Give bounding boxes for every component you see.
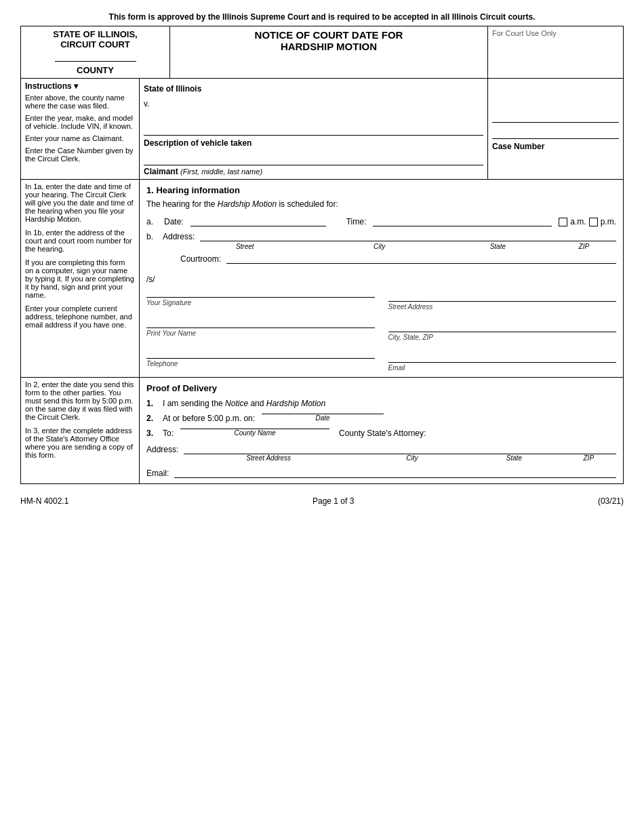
section1-instructions-cell: In 1a, enter the date and time of your h… <box>21 180 140 378</box>
am-checkbox[interactable] <box>559 218 567 226</box>
circuit-court-label: CIRCUIT COURT <box>25 39 165 49</box>
address-label-3: Address: <box>146 445 178 454</box>
instr-claimant: Enter your name as Claimant. <box>25 134 135 142</box>
email-label: Email <box>388 364 617 372</box>
instr-vehicle: Enter the year, make, and model of vehic… <box>25 114 135 130</box>
instructions-cell: Instructions ▾ Enter above, the county n… <box>21 79 140 180</box>
email-label-3: Email: <box>146 469 169 478</box>
pm-label: p.m. <box>601 217 616 226</box>
street-address-col-label: Street Address <box>186 454 351 462</box>
instr-county: Enter above, the county name where the c… <box>25 94 135 110</box>
address-field[interactable] <box>200 231 616 241</box>
state-of-illinois-field: State of Illinois <box>144 84 483 94</box>
signature-section: /s/ Your Signature Print Your Name Telep… <box>146 275 616 372</box>
proof-text-2: At or before 5:00 p.m. on: <box>163 414 255 423</box>
slash-s: /s/ <box>146 275 375 284</box>
email-line[interactable] <box>388 349 617 363</box>
form-top-cell: State of Illinois v. Description of vehi… <box>140 79 488 180</box>
instructions-header: Instructions ▾ <box>25 81 135 91</box>
claimant-italic: (First, middle, last name) <box>180 167 262 176</box>
print-name-label: Print Your Name <box>146 330 375 337</box>
hearing-subtitle: The hearing for the Hardship Motion is s… <box>146 199 616 209</box>
city-col-label: City <box>315 243 443 250</box>
state-col-label-3: State <box>472 454 555 462</box>
print-name-line[interactable] <box>146 315 375 328</box>
claimant-label: Claimant <box>144 167 178 176</box>
proof-num-3: 3. <box>146 429 159 438</box>
county-name-label: County Name <box>234 429 275 437</box>
instr-1b: In 1b, enter the address of the court an… <box>25 229 135 253</box>
instr-sig: If you are completing this form on a com… <box>25 258 135 299</box>
instr-address: Enter your complete current address, tel… <box>25 304 135 329</box>
section2-content-cell: Proof of Delivery 1. I am sending the No… <box>140 378 624 484</box>
zip-col-label: ZIP <box>552 243 616 250</box>
proof-text-3: To: <box>163 429 174 438</box>
street-address-label: Street Address <box>388 303 617 311</box>
state-illinois-label: STATE OF ILLINOIS, <box>25 29 165 39</box>
address-row-3: Address: Street Address City State ZIP <box>146 443 616 462</box>
am-label: a.m. <box>570 217 586 226</box>
b-label: b. <box>146 232 157 241</box>
instr-1a: In 1a, enter the date and time of your h… <box>25 182 135 223</box>
date-label-2: Date <box>316 414 330 422</box>
v-row: v. <box>144 99 483 108</box>
your-signature-label: Your Signature <box>146 299 375 306</box>
date-code: (03/21) <box>598 496 624 506</box>
page-label: Page 1 of 3 <box>313 496 354 506</box>
date-label: Date: <box>164 217 184 226</box>
street-col-label: Street <box>180 243 309 250</box>
sig-right-col: Street Address City, State, ZIP Email <box>388 275 617 372</box>
telephone-line[interactable] <box>146 345 375 359</box>
footer: HM-N 4002.1 Page 1 of 3 (03/21) <box>20 496 624 506</box>
street-address-line[interactable] <box>388 288 617 302</box>
top-notice: This form is approved by the Illinois Su… <box>20 12 624 22</box>
case-number-label: Case Number <box>492 142 619 151</box>
proof-num-2: 2. <box>146 414 159 423</box>
signature-line[interactable] <box>146 284 375 298</box>
county-attorney-label: County State's Attorney: <box>339 429 426 438</box>
proof-text-1: I am sending the Notice and Hardship Mot… <box>163 399 325 408</box>
date-field[interactable] <box>190 216 326 226</box>
description-line <box>144 125 483 136</box>
v-label: v. <box>144 99 149 108</box>
case-number-cell: Case Number <box>488 79 624 180</box>
pm-checkbox[interactable] <box>589 218 598 226</box>
proof-num-1: 1. <box>146 399 159 408</box>
county-line <box>55 61 136 62</box>
description-label: Description of vehicle taken <box>144 138 483 148</box>
instr-2: In 2, enter the date you send this form … <box>25 380 135 421</box>
section1-content-cell: 1. Hearing information The hearing for t… <box>140 180 624 378</box>
for-court-use-cell: For Court Use Only <box>488 26 624 79</box>
email-row-3: Email: <box>146 467 616 478</box>
hearing-title: 1. Hearing information <box>146 185 616 195</box>
instr-case-number: Enter the Case Number given by the Circu… <box>25 146 135 163</box>
a-label: a. <box>146 217 157 226</box>
courtroom-label: Courtroom: <box>180 254 221 264</box>
county-label: COUNTY <box>25 65 165 75</box>
time-field[interactable] <box>373 216 552 226</box>
header-center-cell: NOTICE OF COURT DATE FOR HARDSHIP MOTION <box>170 26 488 79</box>
address-field-3[interactable] <box>184 443 616 454</box>
time-label: Time: <box>346 217 367 226</box>
city-col-label-3: City <box>357 454 467 462</box>
zip-col-label-3: ZIP <box>561 454 616 462</box>
notice-title-line2: HARDSHIP MOTION <box>174 41 483 52</box>
proof-item-3: 3. To: County Name County State's Attorn… <box>146 429 616 438</box>
sig-left-col: /s/ Your Signature Print Your Name Telep… <box>146 275 375 372</box>
proof-title: Proof of Delivery <box>146 383 616 393</box>
instr-3: In 3, enter the complete address of the … <box>25 426 135 459</box>
for-court-use-label: For Court Use Only <box>492 29 557 37</box>
courtroom-field[interactable] <box>226 253 616 264</box>
email-field-3[interactable] <box>174 467 616 478</box>
proof-item-2: 2. At or before 5:00 p.m. on: Date <box>146 414 616 423</box>
section2-instructions-cell: In 2, enter the date you send this form … <box>21 378 140 484</box>
form-id: HM-N 4002.1 <box>20 496 68 506</box>
city-state-zip-line[interactable] <box>388 319 617 332</box>
notice-title-line1: NOTICE OF COURT DATE FOR <box>174 29 483 41</box>
case-number-line <box>492 128 619 139</box>
state-col-label: State <box>449 243 546 250</box>
header-left-cell: STATE OF ILLINOIS, CIRCUIT COURT COUNTY <box>21 26 170 79</box>
telephone-label: Telephone <box>146 360 375 368</box>
address-label-1b: Address: <box>163 232 195 241</box>
city-state-zip-label: City, State, ZIP <box>388 334 617 341</box>
